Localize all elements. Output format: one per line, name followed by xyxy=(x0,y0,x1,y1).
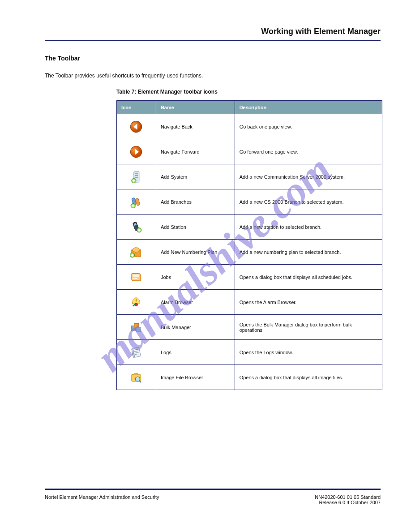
cell-desc: Opens a dialog box that displays all sch… xyxy=(235,265,382,290)
svg-rect-8 xyxy=(133,180,135,181)
table-row: Navigate Back Go back one page view. xyxy=(117,114,382,139)
header-right: Working with Element Manager xyxy=(45,27,381,36)
cell-desc: Add a new station to selected branch. xyxy=(235,215,382,240)
svg-rect-3 xyxy=(135,173,138,174)
cell-name: Image File Browser xyxy=(156,365,235,390)
cell-desc: Opens the Alarm Browser. xyxy=(235,290,382,315)
cell-desc: Opens the Bulk Manager dialog box to per… xyxy=(235,315,382,340)
section-intro: The Toolbar provides useful shortcuts to… xyxy=(45,73,381,79)
jobs-icon xyxy=(117,265,156,290)
svg-rect-13 xyxy=(132,205,135,206)
add-numbering-plan-icon xyxy=(117,240,156,265)
cell-name: Add Branches xyxy=(156,189,235,215)
table-row: Logs Opens the Logs window. xyxy=(117,340,382,365)
svg-rect-10 xyxy=(136,198,141,206)
table-row: ! Alarm Browser Opens the Alarm Browser. xyxy=(117,290,382,315)
col-icon: Icon xyxy=(117,101,156,114)
add-station-icon xyxy=(117,215,156,240)
table-row: Add Station Add a new station to selecte… xyxy=(117,215,382,240)
svg-rect-25 xyxy=(133,276,139,277)
table-row: Bulk Manager Opens the Bulk Manager dial… xyxy=(117,315,382,340)
cell-desc: Add a new Communication Server 2000 syst… xyxy=(235,164,382,189)
cell-desc: Opens a dialog box that displays all ima… xyxy=(235,365,382,390)
section-title: The Toolbar xyxy=(45,55,381,62)
table-row: Add System Add a new Communication Serve… xyxy=(117,164,382,189)
svg-rect-31 xyxy=(136,327,141,332)
cell-name: Add New Numbering Plan xyxy=(156,240,235,265)
cell-name: Navigate Forward xyxy=(156,139,235,164)
svg-rect-24 xyxy=(133,275,139,276)
svg-rect-21 xyxy=(131,254,134,256)
footer-rule xyxy=(45,489,381,490)
toolbar-icons-table: Icon Name Description Navigate Back Go b… xyxy=(116,100,382,390)
table-row: Image File Browser Opens a dialog box th… xyxy=(117,365,382,390)
table-header-row: Icon Name Description xyxy=(117,101,382,114)
table-row: Add Branches Add a new CS 2000 Branch to… xyxy=(117,189,382,215)
cell-desc: Opens the Logs window. xyxy=(235,340,382,365)
cell-desc: Add a new CS 2000 Branch to selected sys… xyxy=(235,189,382,215)
alarm-browser-icon: ! xyxy=(117,290,156,315)
cell-desc: Go back one page view. xyxy=(235,114,382,139)
cell-name: Add Station xyxy=(156,215,235,240)
add-branches-icon xyxy=(117,189,156,215)
cell-name: Bulk Manager xyxy=(156,315,235,340)
footer-left: Nortel Element Manager Administration an… xyxy=(45,494,159,500)
svg-rect-5 xyxy=(135,177,138,178)
add-system-icon xyxy=(117,164,156,189)
cell-desc: Add a new numbering plan to selected bra… xyxy=(235,240,382,265)
cell-name: Jobs xyxy=(156,265,235,290)
cell-name: Add System xyxy=(156,164,235,189)
svg-text:!: ! xyxy=(136,298,137,303)
table-caption: Table 7: Element Manager toolbar icons xyxy=(116,89,381,95)
table-row: Jobs Opens a dialog box that displays al… xyxy=(117,265,382,290)
footer-right: NN42020-601 01.05 Standard xyxy=(315,494,381,500)
cell-name: Logs xyxy=(156,340,235,365)
back-arrow-icon xyxy=(117,114,156,139)
svg-rect-18 xyxy=(138,229,141,231)
col-name: Name xyxy=(156,101,235,114)
cell-name: Alarm Browser xyxy=(156,290,235,315)
header-rule xyxy=(45,40,381,41)
table-row: Navigate Forward Go forward one page vie… xyxy=(117,139,382,164)
svg-rect-26 xyxy=(133,278,137,279)
forward-arrow-icon xyxy=(117,139,156,164)
cell-desc: Go forward one page view. xyxy=(235,139,382,164)
image-file-browser-icon xyxy=(117,365,156,390)
logs-icon xyxy=(117,340,156,365)
svg-rect-4 xyxy=(135,175,138,176)
cell-name: Navigate Back xyxy=(156,114,235,139)
col-desc: Description xyxy=(235,101,382,114)
page-footer: Nortel Element Manager Administration an… xyxy=(45,489,381,505)
bulk-manager-icon xyxy=(117,315,156,340)
table-row: Add New Numbering Plan Add a new numberi… xyxy=(117,240,382,265)
footer-right2: Release 6.0 4 October 2007 xyxy=(319,500,381,505)
